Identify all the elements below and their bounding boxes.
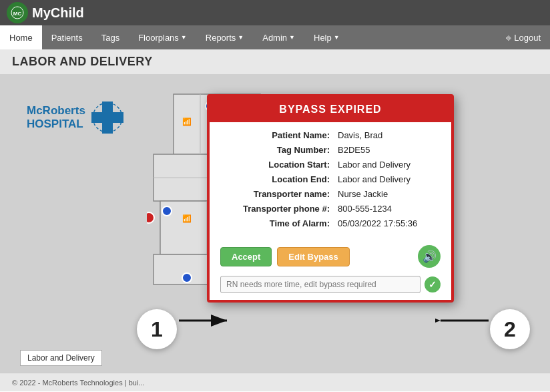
floorplan-label: Labor and Delivery: [20, 350, 102, 366]
accept-button[interactable]: Accept: [220, 247, 272, 266]
location-end-label: Location End:: [223, 174, 330, 184]
admin-arrow-icon: ▼: [289, 34, 295, 41]
modal-input-row: ✓: [210, 276, 451, 300]
location-end-value: Labor and Delivery: [338, 174, 410, 184]
svg-text:MC: MC: [13, 11, 22, 17]
svg-text:📶: 📶: [182, 214, 192, 223]
nav-item-tags[interactable]: Tags: [92, 25, 129, 49]
transporter-name-row: Transporter name: Nurse Jackie: [223, 189, 438, 199]
time-of-alarm-value: 05/03/2022 17:55:36: [338, 218, 417, 228]
modal-title: BYPASS EXPIRED: [210, 97, 451, 122]
nav-item-floorplans[interactable]: Floorplans ▼: [129, 25, 196, 49]
sound-button[interactable]: 🔊: [418, 245, 441, 268]
location-start-value: Labor and Delivery: [338, 160, 410, 170]
transporter-name-value: Nurse Jackie: [338, 189, 388, 199]
page-title: LABOR AND DELIVERY: [0, 49, 550, 74]
transporter-name-label: Transporter name:: [223, 189, 330, 199]
modal-body: Patient Name: Davis, Brad Tag Number: B2…: [210, 122, 451, 240]
hospital-name-top: McRoberts: [27, 104, 85, 118]
svg-text:📶: 📶: [182, 117, 192, 126]
annotation-2: 2: [490, 309, 530, 349]
hospital-logo: McRoberts HOSPITAL: [27, 101, 124, 134]
tag-number-row: Tag Number: B2DE55: [223, 145, 438, 155]
location-start-label: Location Start:: [223, 160, 330, 170]
page-footer: © 2022 - McRoberts Technologies | bui...: [0, 373, 550, 391]
app-logo-icon: MC: [7, 2, 28, 23]
confirm-check-icon[interactable]: ✓: [425, 276, 441, 292]
bypass-notes-input[interactable]: [220, 276, 421, 293]
help-arrow-icon: ▼: [334, 34, 340, 41]
svg-point-18: [182, 273, 192, 282]
annotation-arrow-1: [179, 311, 232, 333]
annotation-1: 1: [137, 309, 177, 349]
nav-bar: Home Patients Tags Floorplans ▼ Reports …: [0, 25, 550, 49]
patient-name-label: Patient Name:: [223, 130, 330, 140]
app-title: MyChild: [32, 5, 84, 21]
hospital-name-bot: HOSPITAL: [27, 118, 85, 131]
nav-item-admin[interactable]: Admin ▼: [253, 25, 304, 49]
time-of-alarm-row: Time of Alarm: 05/03/2022 17:55:36: [223, 218, 438, 228]
svg-point-20: [147, 212, 154, 223]
patient-name-value: Davis, Brad: [338, 130, 382, 140]
bypass-modal: BYPASS EXPIRED Patient Name: Davis, Brad…: [207, 94, 454, 303]
annotation-arrow-2: [435, 311, 489, 333]
logo-bar: MC MyChild: [0, 0, 550, 25]
main-content: McRoberts HOSPITAL: [0, 74, 550, 373]
edit-bypass-button[interactable]: Edit Bypass: [277, 247, 349, 266]
transporter-phone-label: Transporter phone #:: [223, 204, 330, 214]
logout-button[interactable]: ⎆ Logout: [497, 25, 550, 49]
transporter-phone-row: Transporter phone #: 800-555-1234: [223, 204, 438, 214]
patient-name-row: Patient Name: Davis, Brad: [223, 130, 438, 140]
logout-icon: ⎆: [506, 33, 511, 43]
footer-text: © 2022 - McRoberts Technologies | bui...: [12, 379, 144, 387]
nav-item-reports[interactable]: Reports ▼: [196, 25, 253, 49]
tag-number-label: Tag Number:: [223, 145, 330, 155]
time-of-alarm-label: Time of Alarm:: [223, 218, 330, 228]
location-end-row: Location End: Labor and Delivery: [223, 174, 438, 184]
hospital-cross-icon: [91, 102, 123, 134]
transporter-phone-value: 800-555-1234: [338, 204, 392, 214]
nav-item-help[interactable]: Help ▼: [304, 25, 349, 49]
sound-icon: 🔊: [423, 250, 437, 264]
modal-footer: Accept Edit Bypass 🔊: [210, 240, 451, 276]
reports-arrow-icon: ▼: [238, 34, 244, 41]
svg-point-17: [162, 206, 172, 216]
floorplans-arrow-icon: ▼: [181, 34, 187, 41]
location-start-row: Location Start: Labor and Delivery: [223, 160, 438, 170]
nav-item-home[interactable]: Home: [0, 25, 42, 49]
svg-rect-3: [91, 112, 123, 123]
tag-number-value: B2DE55: [338, 145, 370, 155]
nav-item-patients[interactable]: Patients: [42, 25, 92, 49]
